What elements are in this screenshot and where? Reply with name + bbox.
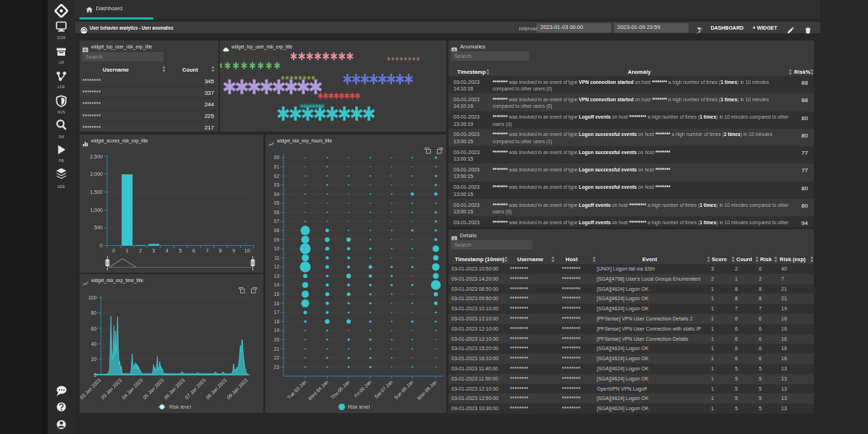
svg-text:60: 60 xyxy=(91,326,97,331)
svg-text:LM: LM xyxy=(59,60,64,64)
svg-text:09: 09 xyxy=(274,237,280,242)
svg-text:18: 18 xyxy=(274,319,280,324)
svg-text:20: 20 xyxy=(91,357,97,362)
svg-text:Risk level: Risk level xyxy=(348,404,370,409)
svg-text:PB: PB xyxy=(59,158,64,163)
svg-text:10: 10 xyxy=(274,246,280,251)
svg-text:08: 08 xyxy=(274,228,280,233)
svg-text:7: 7 xyxy=(205,248,208,253)
svg-text:2,000: 2,000 xyxy=(90,171,103,176)
svg-text:6: 6 xyxy=(192,248,195,253)
svg-text:16: 16 xyxy=(274,301,280,306)
svg-text:23: 23 xyxy=(274,365,280,370)
svg-text:05: 05 xyxy=(274,200,280,205)
svg-text:100: 100 xyxy=(88,295,97,300)
svg-text:40: 40 xyxy=(91,341,97,346)
svg-text:SCM: SCM xyxy=(57,35,66,40)
svg-text:22: 22 xyxy=(274,355,280,360)
svg-text:Sat 07 Jan: Sat 07 Jan xyxy=(373,379,393,399)
svg-text:15: 15 xyxy=(274,292,280,297)
svg-text:500: 500 xyxy=(94,225,103,230)
svg-text:17: 17 xyxy=(274,310,280,315)
svg-text:Mon 09 Jan: Mon 09 Jan xyxy=(416,379,438,401)
svg-text:2,500: 2,500 xyxy=(90,154,103,159)
svg-text:1,000: 1,000 xyxy=(90,208,103,213)
svg-text:04 Jan 2023: 04 Jan 2023 xyxy=(121,378,144,401)
svg-text:8: 8 xyxy=(219,248,222,253)
svg-text:05 Jan 2023: 05 Jan 2023 xyxy=(142,378,165,401)
svg-text:12: 12 xyxy=(274,264,280,269)
svg-text:Fri 06 Jan: Fri 06 Jan xyxy=(353,379,372,398)
svg-text:9: 9 xyxy=(232,248,235,253)
svg-text:0: 0 xyxy=(112,248,115,253)
svg-text:5: 5 xyxy=(179,248,182,253)
svg-text:03: 03 xyxy=(274,182,280,187)
svg-text:00: 00 xyxy=(274,155,280,160)
svg-text:Risk level: Risk level xyxy=(169,404,191,409)
svg-text:14: 14 xyxy=(274,282,280,287)
svg-text:06: 06 xyxy=(274,210,280,215)
svg-text:07: 07 xyxy=(274,218,280,224)
svg-text:1: 1 xyxy=(126,248,129,253)
svg-text:Wed 04 Jan: Wed 04 Jan xyxy=(307,379,330,401)
svg-text:Sun 08 Jan: Sun 08 Jan xyxy=(393,379,414,400)
svg-text:21: 21 xyxy=(274,346,280,352)
svg-text:11: 11 xyxy=(274,255,279,260)
svg-text:80: 80 xyxy=(91,310,97,315)
svg-text:03 Jan 2023: 03 Jan 2023 xyxy=(100,378,123,401)
svg-text:3: 3 xyxy=(153,248,156,253)
svg-text:09 Jan 2023: 09 Jan 2023 xyxy=(226,378,249,401)
svg-text:19: 19 xyxy=(274,328,280,333)
svg-text:08 Jan 2023: 08 Jan 2023 xyxy=(205,378,228,401)
svg-text:0: 0 xyxy=(100,243,103,248)
svg-text:06 Jan 2023: 06 Jan 2023 xyxy=(163,378,186,401)
svg-text:SM: SM xyxy=(59,135,64,139)
svg-text:10: 10 xyxy=(244,248,250,253)
svg-text:NVS: NVS xyxy=(57,110,65,114)
svg-text:Tue 03 Jan: Tue 03 Jan xyxy=(286,379,307,400)
svg-text:ADE: ADE xyxy=(57,184,65,189)
svg-text:04: 04 xyxy=(274,192,280,197)
svg-text:03 Jan 2023: 03 Jan 2023 xyxy=(80,378,102,401)
svg-text:4: 4 xyxy=(166,248,169,253)
svg-text:01: 01 xyxy=(274,164,280,169)
svg-text:2: 2 xyxy=(139,248,142,253)
svg-text:20: 20 xyxy=(274,337,280,342)
svg-text:07 Jan 2023: 07 Jan 2023 xyxy=(184,378,207,401)
svg-text:02: 02 xyxy=(274,174,280,179)
svg-text:13: 13 xyxy=(274,273,280,278)
svg-text:LCE: LCE xyxy=(58,85,66,89)
svg-text:1,500: 1,500 xyxy=(90,190,103,195)
svg-text:Thu 05 Jan: Thu 05 Jan xyxy=(330,379,351,400)
